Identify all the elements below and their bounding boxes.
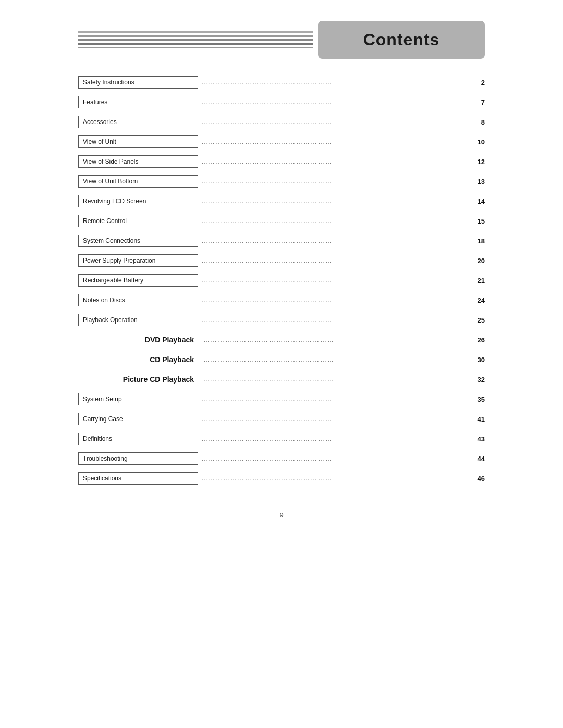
toc-label[interactable]: System Setup (78, 393, 198, 405)
header-line-1 (78, 31, 313, 33)
list-item[interactable]: Safety Instructions ……………………………………………… 2 (78, 75, 485, 90)
toc-page: 43 (469, 435, 485, 443)
toc-dots: ……………………………………………… (198, 79, 469, 86)
list-item[interactable]: Notes on Discs ……………………………………………… 24 (78, 292, 485, 308)
toc-sub-label[interactable]: Picture CD Playback (78, 374, 198, 385)
toc-page: 14 (469, 198, 485, 205)
list-item[interactable]: Carrying Case ……………………………………………… 41 (78, 411, 485, 427)
list-item[interactable]: System Connections ……………………………………………… 18 (78, 233, 485, 249)
toc-page: 30 (469, 356, 485, 364)
toc-dots: ……………………………………………… (198, 435, 469, 442)
toc-dots: ……………………………………………… (198, 237, 469, 244)
list-item[interactable]: Definitions ……………………………………………… 43 (78, 431, 485, 447)
toc-label[interactable]: Definitions (78, 433, 198, 445)
list-item[interactable]: Rechargeable Battery ……………………………………………… … (78, 273, 485, 288)
toc-page: 13 (469, 178, 485, 186)
list-item[interactable]: CD Playback ……………………………………………… 30 (78, 352, 485, 367)
toc-dots: ……………………………………………… (198, 158, 469, 165)
toc-page: 7 (469, 98, 485, 106)
toc-page: 18 (469, 237, 485, 245)
toc-page: 35 (469, 396, 485, 403)
toc-dots: ……………………………………………… (198, 336, 469, 343)
list-item[interactable]: View of Unit ……………………………………………… 10 (78, 134, 485, 150)
toc-page: 24 (469, 297, 485, 304)
header-area: Contents (78, 21, 485, 59)
list-item[interactable]: Power Supply Preparation ………………………………………… (78, 253, 485, 268)
page-title: Contents (363, 30, 440, 50)
header-line-5 (78, 47, 313, 48)
page: Contents Safety Instructions ……………………………… (0, 0, 563, 728)
toc-dots: ……………………………………………… (198, 396, 469, 403)
toc-label[interactable]: View of Unit (78, 135, 198, 148)
toc-label[interactable]: Playback Operation (78, 314, 198, 326)
list-item[interactable]: Specifications ……………………………………………… 46 (78, 471, 485, 486)
toc-dots: ……………………………………………… (198, 138, 469, 145)
toc-page: 21 (469, 277, 485, 285)
toc-dots: ……………………………………………… (198, 415, 469, 423)
toc-dots: ……………………………………………… (198, 217, 469, 225)
toc-dots: ……………………………………………… (198, 118, 469, 126)
toc-page: 25 (469, 316, 485, 324)
toc-label[interactable]: View of Side Panels (78, 155, 198, 168)
toc-dots: ……………………………………………… (198, 316, 469, 324)
toc-dots: ……………………………………………… (198, 277, 469, 284)
toc-dots: ……………………………………………… (198, 198, 469, 205)
list-item[interactable]: Remote Control ……………………………………………… 15 (78, 213, 485, 229)
toc-dots: ……………………………………………… (198, 98, 469, 106)
toc-label[interactable]: Troubleshooting (78, 452, 198, 465)
list-item[interactable]: System Setup ……………………………………………… 35 (78, 391, 485, 407)
page-number: 9 (279, 511, 283, 519)
toc-page: 8 (469, 118, 485, 126)
toc-label[interactable]: Accessories (78, 116, 198, 128)
toc-label[interactable]: Rechargeable Battery (78, 274, 198, 287)
toc-label[interactable]: System Connections (78, 235, 198, 247)
toc-container: Safety Instructions ……………………………………………… 2… (78, 75, 485, 490)
toc-dots: ……………………………………………… (198, 475, 469, 482)
toc-label[interactable]: Specifications (78, 472, 198, 485)
header-lines (78, 21, 318, 59)
toc-label[interactable]: Power Supply Preparation (78, 254, 198, 267)
toc-page: 26 (469, 336, 485, 344)
toc-label[interactable]: Features (78, 96, 198, 108)
toc-dots: ……………………………………………… (198, 257, 469, 264)
toc-page: 41 (469, 415, 485, 423)
toc-sub-label[interactable]: DVD Playback (78, 334, 198, 346)
toc-label[interactable]: Notes on Discs (78, 294, 198, 306)
header-line-4 (78, 43, 313, 45)
toc-label[interactable]: View of Unit Bottom (78, 175, 198, 188)
list-item[interactable]: DVD Playback ……………………………………………… 26 (78, 332, 485, 348)
toc-sub-label[interactable]: CD Playback (78, 354, 198, 365)
list-item[interactable]: Accessories ……………………………………………… 8 (78, 114, 485, 130)
toc-dots: ……………………………………………… (198, 376, 469, 383)
toc-dots: ……………………………………………… (198, 455, 469, 462)
toc-page: 10 (469, 138, 485, 146)
toc-page: 20 (469, 257, 485, 265)
toc-page: 46 (469, 475, 485, 483)
list-item[interactable]: Revolving LCD Screen ……………………………………………… … (78, 193, 485, 209)
header-line-3 (78, 39, 313, 41)
list-item[interactable]: Picture CD Playback ……………………………………………… 3… (78, 372, 485, 387)
toc-page: 12 (469, 158, 485, 166)
list-item[interactable]: Features ……………………………………………… 7 (78, 94, 485, 110)
toc-label[interactable]: Revolving LCD Screen (78, 195, 198, 207)
toc-page: 44 (469, 455, 485, 463)
toc-dots: ……………………………………………… (198, 356, 469, 363)
list-item[interactable]: View of Side Panels ……………………………………………… 1… (78, 154, 485, 169)
toc-dots: ……………………………………………… (198, 178, 469, 185)
list-item[interactable]: View of Unit Bottom ……………………………………………… 1… (78, 174, 485, 189)
toc-label[interactable]: Safety Instructions (78, 76, 198, 89)
toc-page: 2 (469, 79, 485, 87)
header-line-2 (78, 35, 313, 37)
toc-dots: ……………………………………………… (198, 297, 469, 304)
toc-label[interactable]: Remote Control (78, 215, 198, 227)
list-item[interactable]: Troubleshooting ……………………………………………… 44 (78, 451, 485, 466)
toc-page: 15 (469, 217, 485, 225)
toc-page: 32 (469, 376, 485, 384)
toc-label[interactable]: Carrying Case (78, 413, 198, 425)
title-box: Contents (318, 21, 485, 59)
list-item[interactable]: Playback Operation ……………………………………………… 25 (78, 312, 485, 328)
